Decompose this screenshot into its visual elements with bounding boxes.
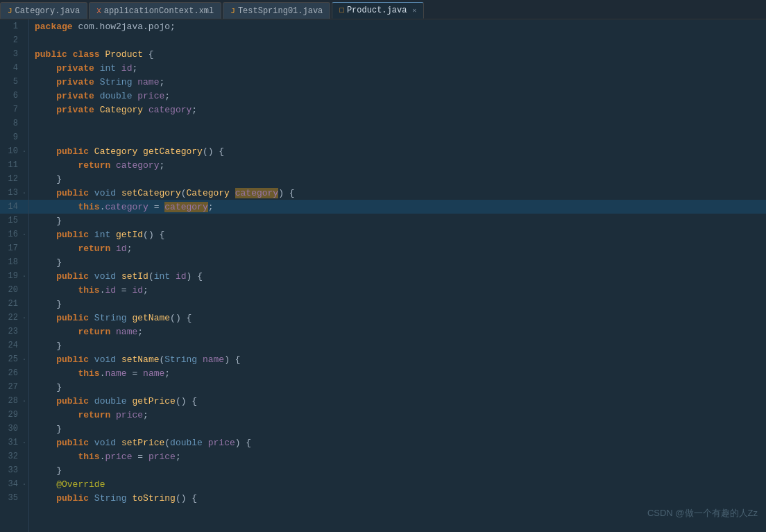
tab-label-appcontext: applicationContext.xml [104,6,214,16]
gutter-row-29: 29 [0,408,28,422]
line-num-9: 9 [0,132,22,142]
gutter-row-3: 3 [0,47,28,61]
code-line-25: public void setName(String name) { [29,352,766,366]
tab-label-product: Product.java [347,6,407,15]
gutter-row-16: 16· [0,228,28,241]
code-line-4: private int id; [29,61,766,75]
code-line-12: } [29,172,766,186]
gutter-row-34: 34· [0,477,28,491]
line-num-7: 7 [0,105,22,114]
gutter-row-30: 30 [0,422,28,436]
line-num-5: 5 [0,77,22,87]
gutter-row-15: 15 [0,214,28,228]
line-num-18: 18 [0,257,22,267]
line-num-19: 19 [0,271,22,281]
gutter-row-8: 8 [0,117,28,130]
gutter-row-28: 28· [0,394,28,408]
gutter-row-35: 35 [0,491,28,505]
gutter-row-26: 26 [0,366,28,380]
tab-close-product[interactable]: ✕ [412,6,416,15]
code-line-15: } [29,214,766,228]
gutter-row-13: 13· [0,186,28,200]
code-line-11: return category; [29,158,766,172]
gutter-row-18: 18 [0,255,28,269]
xml-icon: X [96,7,101,15]
line-num-29: 29 [0,410,22,420]
code-line-28: public double getPrice() { [29,394,766,408]
code-line-7: private Category category; [29,103,766,117]
code-line-16: public int getId() { [29,228,766,241]
tab-label-testspring: TestSpring01.java [238,6,323,16]
line-num-13: 13 [0,188,22,198]
java-icon3: □ [339,6,344,15]
line-num-8: 8 [0,119,22,128]
line-num-35: 35 [0,493,22,503]
tab-product[interactable]: □ Product.java ✕ [332,2,424,19]
line-num-28: 28 [0,396,22,406]
line-num-27: 27 [0,382,22,392]
line-num-22: 22 [0,313,22,323]
gutter-row-10: 10· [0,144,28,158]
code-line-31: public void setPrice(double price) { [29,436,766,449]
gutter-row-5: 5 [0,75,28,89]
gutter-row-25: 25· [0,352,28,366]
line-num-30: 30 [0,424,22,434]
code-line-22: public String getName() { [29,311,766,325]
code-line-32: this.price = price; [29,449,766,463]
line-num-16: 16 [0,230,22,239]
code-area[interactable]: package com.how2java.pojo; public class … [29,19,766,532]
code-line-14: this.category = category; [29,200,766,214]
gutter-row-23: 23 [0,325,28,338]
line-num-2: 2 [0,35,22,45]
gutter-row-24: 24 [0,338,28,352]
gutter-row-12: 12 [0,172,28,186]
code-line-2 [29,33,766,47]
code-line-5: private String name; [29,75,766,89]
code-line-24: } [29,338,766,352]
code-line-18: } [29,255,766,269]
line-num-21: 21 [0,299,22,309]
code-line-1: package com.how2java.pojo; [29,19,766,33]
code-line-10: public Category getCategory() { [29,144,766,158]
tab-category[interactable]: J Category.java [0,2,87,19]
gutter-row-7: 7 [0,103,28,117]
gutter-row-11: 11 [0,158,28,172]
gutter-row-14: 14 [0,200,28,214]
java-icon: J [8,7,12,15]
line-num-11: 11 [0,160,22,170]
tab-label-category: Category.java [15,6,80,16]
tab-testspring[interactable]: J TestSpring01.java [223,2,330,19]
gutter-row-21: 21 [0,297,28,311]
code-line-8 [29,117,766,130]
editor: 1 2 3 4 5 6 7 8 9 10· 11 12 13· 14 15 16… [0,19,766,532]
code-line-23: return name; [29,325,766,338]
code-line-9 [29,130,766,144]
gutter-row-1: 1 [0,19,28,33]
gutter-row-31: 31· [0,436,28,449]
gutter-row-17: 17 [0,241,28,255]
tab-appcontext[interactable]: X applicationContext.xml [89,2,221,19]
code-line-33: } [29,463,766,477]
code-line-34: @Override [29,477,766,491]
line-num-26: 26 [0,368,22,378]
java-icon2: J [230,7,235,15]
code-line-20: this.id = id; [29,283,766,297]
gutter-row-33: 33 [0,463,28,477]
line-num-25: 25 [0,354,22,364]
line-num-15: 15 [0,216,22,225]
line-num-23: 23 [0,327,22,336]
line-num-32: 32 [0,452,22,461]
line-num-31: 31 [0,438,22,447]
line-num-24: 24 [0,341,22,350]
code-line-19: public void setId(int id) { [29,269,766,283]
line-num-10: 10 [0,146,22,156]
gutter-row-4: 4 [0,61,28,75]
line-num-33: 33 [0,465,22,475]
gutter-row-9: 9 [0,130,28,144]
line-gutter: 1 2 3 4 5 6 7 8 9 10· 11 12 13· 14 15 16… [0,19,29,532]
gutter-row-27: 27 [0,380,28,394]
line-num-6: 6 [0,91,22,101]
watermark: CSDN @做一个有趣的人Zz [647,507,758,520]
code-line-35: public String toString() { [29,491,766,505]
code-line-29: return price; [29,408,766,422]
